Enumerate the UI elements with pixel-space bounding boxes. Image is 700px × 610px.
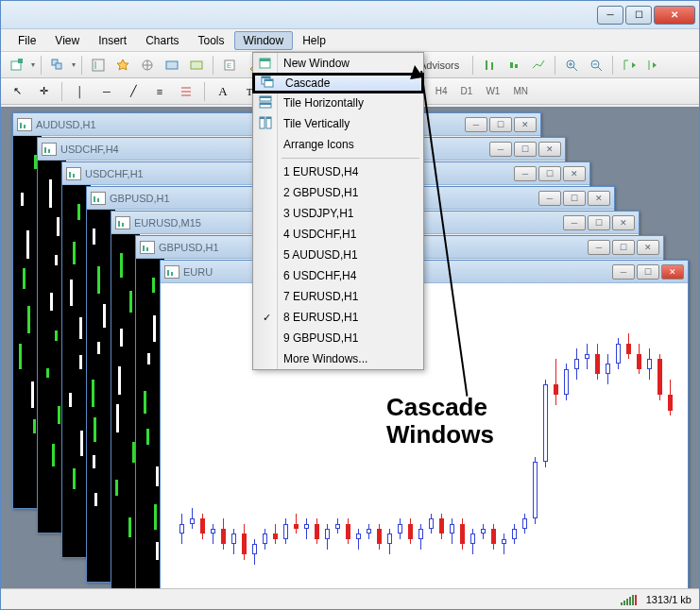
- market-watch-icon[interactable]: [88, 55, 109, 76]
- profiles-icon[interactable]: [47, 55, 68, 76]
- vertical-line-icon[interactable]: │: [70, 81, 91, 102]
- menu-new-window[interactable]: New Window: [253, 53, 423, 74]
- timeframe-d1[interactable]: D1: [457, 84, 477, 98]
- menu-tile-vertical[interactable]: Tile Vertically: [253, 113, 423, 134]
- chart-title: USDCHF,H4: [60, 144, 119, 155]
- menu-window-8[interactable]: ✓8 EURUSD,H1: [253, 307, 423, 328]
- chart-maximize-button[interactable]: ☐: [563, 191, 586, 206]
- crosshair-icon[interactable]: ✛: [33, 81, 54, 102]
- svg-rect-33: [260, 59, 270, 61]
- new-chart-icon[interactable]: [7, 55, 27, 76]
- strategy-tester-icon[interactable]: [186, 55, 207, 76]
- chart-minimize-button[interactable]: ─: [612, 264, 635, 280]
- menu-window-label: 9 GBPUSD,H1: [283, 331, 358, 345]
- timeframe-mn[interactable]: MN: [509, 84, 532, 98]
- zoom-in-icon[interactable]: [561, 55, 582, 76]
- data-window-icon[interactable]: [137, 55, 158, 76]
- chart-title: EURUSD,M15: [134, 217, 201, 229]
- traffic-label: 1313/1 kb: [646, 594, 691, 605]
- expert-advisors-label[interactable]: Advisors: [419, 59, 459, 71]
- close-button[interactable]: ✕: [654, 6, 695, 25]
- chart-close-button[interactable]: ✕: [538, 142, 561, 157]
- titlebar: ─ ☐ ✕: [1, 1, 699, 29]
- horizontal-line-icon[interactable]: ─: [96, 81, 117, 102]
- shift-icon[interactable]: [643, 55, 664, 76]
- menu-arrange-icons[interactable]: Arrange Icons: [253, 134, 423, 155]
- menu-window-6[interactable]: 6 USDCHF,H4: [253, 265, 423, 286]
- chart-maximize-button[interactable]: ☐: [612, 240, 635, 255]
- chart-close-button[interactable]: ✕: [612, 215, 635, 230]
- new-order-icon[interactable]: E: [219, 55, 240, 76]
- menu-window-4[interactable]: 4 USDCHF,H1: [253, 224, 423, 245]
- autoscroll-icon[interactable]: [619, 55, 640, 76]
- fibo-icon[interactable]: [176, 81, 196, 102]
- zoom-out-icon[interactable]: [586, 55, 606, 76]
- menu-window-2[interactable]: 2 GBPUSD,H1: [253, 182, 423, 203]
- connection-signal-icon: [621, 594, 637, 605]
- chart-minimize-button[interactable]: ─: [465, 117, 487, 132]
- menu-file[interactable]: File: [9, 31, 45, 50]
- svg-rect-4: [93, 59, 104, 71]
- menu-cascade-label: Cascade: [285, 76, 330, 90]
- channel-icon[interactable]: ≡: [149, 81, 170, 102]
- svg-rect-43: [260, 117, 265, 119]
- timeframe-h4[interactable]: H4: [432, 84, 452, 98]
- menu-tile-horizontal[interactable]: Tile Horizontally: [253, 93, 423, 113]
- menu-cascade[interactable]: Cascade: [252, 73, 424, 93]
- menu-view[interactable]: View: [45, 31, 89, 50]
- terminal-icon[interactable]: [162, 55, 182, 76]
- chart-minimize-button[interactable]: ─: [514, 166, 537, 181]
- chart-close-button[interactable]: ✕: [563, 166, 586, 181]
- menu-insert[interactable]: Insert: [89, 31, 136, 50]
- svg-rect-1: [18, 59, 23, 63]
- chart-close-button[interactable]: ✕: [588, 191, 610, 206]
- candles-chart-icon[interactable]: [504, 55, 524, 76]
- menu-window[interactable]: Window: [234, 31, 294, 50]
- chart-maximize-button[interactable]: ☐: [538, 166, 561, 181]
- menu-more-windows[interactable]: More Windows...: [253, 348, 423, 369]
- menu-window-1[interactable]: 1 EURUSD,H4: [253, 161, 423, 182]
- chart-minimize-button[interactable]: ─: [489, 142, 512, 157]
- chart-title: GBPUSD,H1: [159, 242, 219, 253]
- menu-window-5[interactable]: 5 AUDUSD,H1: [253, 245, 423, 265]
- menu-window-3[interactable]: 3 USDJPY,H1: [253, 203, 423, 224]
- text-icon[interactable]: A: [213, 81, 233, 102]
- svg-rect-18: [515, 64, 518, 68]
- minimize-button[interactable]: ─: [597, 6, 623, 25]
- svg-rect-45: [266, 117, 271, 119]
- bars-chart-icon[interactable]: [479, 55, 500, 76]
- menu-tools[interactable]: Tools: [189, 31, 234, 50]
- chart-titlebar[interactable]: EURU─☐✕: [161, 261, 688, 283]
- svg-rect-17: [510, 62, 513, 68]
- chart-close-button[interactable]: ✕: [514, 117, 537, 132]
- maximize-button[interactable]: ☐: [625, 6, 652, 25]
- chart-minimize-button[interactable]: ─: [538, 191, 561, 206]
- chart-title: GBPUSD,H1: [110, 193, 170, 204]
- menu-window-label: 6 USDCHF,H4: [283, 269, 356, 282]
- timeframe-w1[interactable]: W1: [482, 84, 504, 98]
- chart-maximize-button[interactable]: ☐: [514, 142, 537, 157]
- svg-rect-10: [166, 61, 178, 69]
- svg-line-24: [598, 67, 602, 71]
- menu-charts[interactable]: Charts: [136, 31, 188, 50]
- annotation-text: Cascade Windows: [386, 394, 494, 448]
- line-chart-icon[interactable]: [528, 55, 549, 76]
- trendline-icon[interactable]: ╱: [123, 81, 144, 102]
- menu-window-7[interactable]: 7 EURUSD,H1: [253, 286, 423, 307]
- chart-minimize-button[interactable]: ─: [588, 240, 610, 255]
- chart-maximize-button[interactable]: ☐: [588, 215, 610, 230]
- svg-rect-39: [260, 96, 271, 98]
- navigator-icon[interactable]: [112, 55, 133, 76]
- chart-close-button[interactable]: ✕: [637, 240, 659, 255]
- cursor-icon[interactable]: ↖: [7, 81, 27, 102]
- chart-minimize-button[interactable]: ─: [563, 215, 586, 230]
- svg-line-20: [573, 67, 577, 71]
- chart-icon: [164, 265, 179, 279]
- menu-help[interactable]: Help: [293, 31, 335, 50]
- chart-maximize-button[interactable]: ☐: [489, 117, 512, 132]
- chart-close-button[interactable]: ✕: [661, 264, 684, 280]
- menu-tile-horizontal-label: Tile Horizontally: [283, 96, 364, 110]
- chart-maximize-button[interactable]: ☐: [637, 264, 659, 280]
- menu-window-9[interactable]: 9 GBPUSD,H1: [253, 328, 423, 348]
- chart-icon: [91, 192, 106, 205]
